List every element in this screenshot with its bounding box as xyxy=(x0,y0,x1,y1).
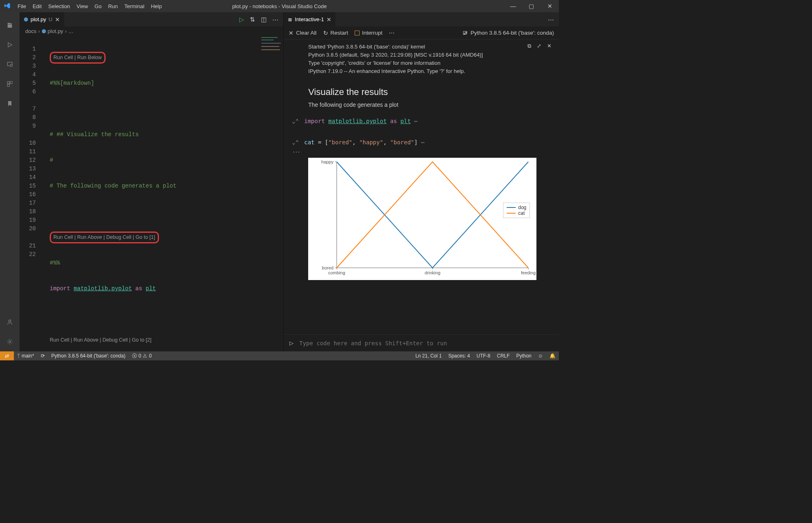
codelens-debug-cell[interactable]: Debug Cell xyxy=(103,336,128,344)
kernel-selector[interactable]: Python 3.8.5 64-bit ('base': conda) xyxy=(470,30,554,36)
close-icon: ✕ xyxy=(289,30,293,36)
indentation[interactable]: Spaces: 4 xyxy=(445,351,473,360)
more-actions-icon[interactable]: ⋯ xyxy=(548,16,554,23)
code-input[interactable] xyxy=(299,340,553,346)
chart-legend: dogcat xyxy=(503,203,530,218)
code-cell[interactable]: ⌄⌃ cat = ["bored", "happy", "bored"] ⋯ xyxy=(284,137,559,147)
kw-import: import xyxy=(50,285,70,292)
notifications-icon[interactable]: 🔔 xyxy=(546,351,559,360)
server-icon: 🖳 xyxy=(462,30,468,36)
minimap[interactable] xyxy=(259,35,283,351)
svg-text:combing: combing xyxy=(328,270,345,275)
extensions-icon[interactable] xyxy=(0,74,20,94)
tab-close-icon[interactable]: ✕ xyxy=(327,16,331,23)
svg-point-1 xyxy=(10,64,12,66)
codelens-run-below[interactable]: Run Below xyxy=(77,53,102,62)
cell-collapse-icon[interactable]: ⌄⌃ xyxy=(292,139,304,146)
clear-all-button[interactable]: ✕Clear All xyxy=(289,30,316,36)
tab-plot-py[interactable]: ⬢ plot.py U ✕ xyxy=(20,12,64,26)
close-output-icon[interactable]: ✕ xyxy=(547,43,552,49)
encoding[interactable]: UTF-8 xyxy=(473,351,494,360)
codelens-group-2: Run Cell | Run Above | Debug Cell | Go t… xyxy=(50,232,159,243)
svg-point-5 xyxy=(9,320,11,322)
feedback-icon[interactable]: ☺ xyxy=(535,351,546,360)
branch-icon: ᛘ xyxy=(17,353,20,359)
breadcrumbs[interactable]: docs › ⬢ plot.py › … xyxy=(20,26,283,35)
python-interpreter[interactable]: Python 3.8.5 64-bit ('base': conda) xyxy=(48,351,129,360)
interactive-toolbar: ✕Clear All ↻Restart Interrupt ⋯ 🖳 Python… xyxy=(284,26,559,40)
codelens-group-1: Run Cell | Run Below xyxy=(50,52,106,64)
svg-text:happy: happy xyxy=(321,159,333,164)
menu-terminal[interactable]: Terminal xyxy=(121,3,148,9)
codelens-goto[interactable]: Go to [1] xyxy=(136,233,155,242)
menu-view[interactable]: View xyxy=(73,3,91,9)
menu-file[interactable]: File xyxy=(14,3,29,9)
svg-rect-7 xyxy=(261,37,278,38)
problems[interactable]: ⓧ0 ⚠0 xyxy=(129,351,155,360)
kernel-info: Started 'Python 3.8.5 64-bit ('base': co… xyxy=(284,43,559,75)
editor-pane: ⬢ plot.py U ✕ ▷ ⇅ ◫ ⋯ docs › ⬢ plot.py › xyxy=(20,12,284,351)
accounts-icon[interactable] xyxy=(0,312,20,332)
activity-bar xyxy=(0,12,20,351)
codelens-run-cell[interactable]: Run Cell xyxy=(50,336,69,344)
svg-rect-10 xyxy=(261,46,279,47)
interactive-icon: ≣ xyxy=(288,16,292,22)
bookmark-icon[interactable] xyxy=(0,94,20,113)
warning-icon: ⚠ xyxy=(143,353,147,359)
code-line: #%%[markdown] xyxy=(50,80,94,86)
explorer-icon[interactable] xyxy=(0,15,20,35)
remote-indicator-icon[interactable]: ⇄ xyxy=(0,351,14,360)
menu-edit[interactable]: Edit xyxy=(29,3,45,9)
compare-changes-icon[interactable]: ⇅ xyxy=(250,16,255,23)
more-actions-icon[interactable]: ⋯ xyxy=(389,30,395,36)
tab-interactive-1[interactable]: ≣ Interactive-1 ✕ xyxy=(284,12,336,26)
code-editor[interactable]: 123456 789 1011121314 151617181920 2122 … xyxy=(20,35,283,351)
output-heading: Visualize the results xyxy=(284,75,559,102)
settings-gear-icon[interactable] xyxy=(0,332,20,351)
run-debug-icon[interactable] xyxy=(0,35,20,55)
codelens-run-cell[interactable]: Run Cell xyxy=(53,53,73,62)
interrupt-button[interactable]: Interrupt xyxy=(355,30,382,36)
crumb-more[interactable]: … xyxy=(68,28,73,34)
svg-rect-11 xyxy=(261,49,280,50)
cursor-position[interactable]: Ln 21, Col 1 xyxy=(412,351,445,360)
split-editor-icon[interactable]: ◫ xyxy=(261,16,267,23)
eol[interactable]: CRLF xyxy=(494,351,513,360)
git-branch[interactable]: ᛘmain* xyxy=(14,351,38,360)
more-actions-icon[interactable]: ⋯ xyxy=(272,16,278,23)
code-cell[interactable]: ⌄⌃ import matplotlib.pyplot as plt ⋯ xyxy=(284,116,559,126)
run-icon[interactable]: ▷ xyxy=(239,16,244,23)
codelens-run-above[interactable]: Run Above xyxy=(77,233,102,242)
crumb-file[interactable]: plot.py xyxy=(48,28,63,34)
codelens-run-cell[interactable]: Run Cell xyxy=(53,233,73,242)
close-icon[interactable]: ✕ xyxy=(541,3,559,9)
sync-icon[interactable]: ⟳ xyxy=(38,351,48,360)
menu-help[interactable]: Help xyxy=(148,3,165,9)
svg-point-6 xyxy=(9,341,11,342)
svg-rect-9 xyxy=(261,43,281,44)
tab-close-icon[interactable]: ✕ xyxy=(55,16,60,23)
remote-explorer-icon[interactable] xyxy=(0,55,20,74)
code-line: # ## Visualize the results xyxy=(50,131,139,138)
chevron-right-icon: › xyxy=(38,28,40,34)
language-mode[interactable]: Python xyxy=(513,351,534,360)
cell-collapse-icon[interactable]: ⌄⌃ xyxy=(292,118,304,124)
menu-selection[interactable]: Selection xyxy=(45,3,73,9)
menu-run[interactable]: Run xyxy=(105,3,121,9)
ellipsis-icon[interactable]: ⋯ xyxy=(284,147,559,156)
crumb-folder[interactable]: docs xyxy=(25,28,36,34)
codelens-debug-cell[interactable]: Debug Cell xyxy=(106,233,132,242)
run-icon[interactable]: ▷ xyxy=(289,340,293,346)
copy-icon[interactable]: ⧉ xyxy=(527,43,531,49)
vscode-logo-icon xyxy=(0,2,14,10)
tab-label: plot.py xyxy=(31,16,46,22)
codelens-goto[interactable]: Go to [2] xyxy=(132,336,152,344)
menu-go[interactable]: Go xyxy=(91,3,105,9)
codelens-run-above[interactable]: Run Above xyxy=(73,336,98,344)
restart-button[interactable]: ↻Restart xyxy=(323,30,349,36)
code-line: # The following code generates a plot xyxy=(50,183,177,189)
expand-icon[interactable]: ⤢ xyxy=(537,43,541,49)
minimize-icon[interactable]: — xyxy=(504,3,522,9)
interactive-body[interactable]: ⧉ ⤢ ✕ Started 'Python 3.8.5 64-bit ('bas… xyxy=(284,40,559,334)
maximize-icon[interactable]: ▢ xyxy=(522,3,541,9)
